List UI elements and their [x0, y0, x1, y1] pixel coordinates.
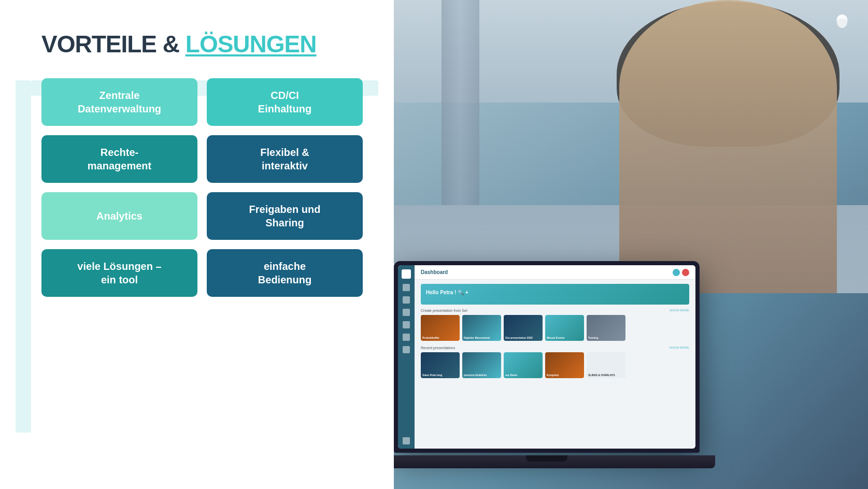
card-flexibel[interactable]: Flexibel &interaktiv [207, 135, 363, 183]
mini-card-r1[interactable]: Sales Präsi lang [421, 352, 460, 378]
sidebar-settings [403, 437, 410, 444]
card-loesungen-label: viele Lösungen –ein tool [77, 260, 161, 286]
logo-icon [832, 10, 852, 31]
sidebar-logo [402, 269, 411, 279]
laptop-body: Hello Petra ! 🔍 + Create presentation fr… [415, 280, 695, 449]
scene-bg [394, 0, 868, 293]
show-more-2[interactable]: SHOW MORE [670, 346, 689, 350]
card-freigaben[interactable]: Freigaben undSharing [207, 192, 363, 240]
sidebar-nav-4 [403, 321, 410, 328]
card-rechte-label: Rechte-management [88, 146, 151, 172]
notification-icon [673, 269, 680, 276]
section1-header: Create presentation from Set SHOW MORE [421, 309, 689, 312]
cards-row-2: Sales Präsi lang pressino Einblicke our … [421, 352, 689, 378]
section2-header: Recent presentations SHOW MORE [421, 346, 689, 350]
laptop-header: Dashboard [415, 265, 695, 280]
card-zentrale[interactable]: ZentraleDatenverwaltung [41, 78, 197, 126]
card-einfache-label: einfacheBedienung [258, 260, 311, 286]
mini-card-3[interactable]: Our presentation 2020 [504, 315, 543, 341]
laptop-screen-inner: Dashboard Hello Petra ! 🔍 + [398, 265, 695, 449]
card-freigaben-label: Freigaben undSharing [249, 203, 321, 229]
mini-card-5-label: Training [588, 336, 598, 339]
card-loesungen[interactable]: viele Lösungen –ein tool [41, 249, 197, 297]
sidebar-nav-2 [403, 296, 410, 304]
mini-card-r2[interactable]: pressino Einblicke [462, 352, 501, 378]
card-analytics-label: Analytics [96, 209, 143, 223]
cards-grid: ZentraleDatenverwaltung CD/CIEinhaltung … [41, 78, 363, 297]
mini-card-4-label: Messe/ Events [547, 336, 564, 339]
show-more-1[interactable]: SHOW MORE [670, 309, 689, 312]
laptop-base [394, 455, 715, 468]
laptop-mockup: Dashboard Hello Petra ! 🔍 + [394, 261, 710, 479]
section2-title: Recent presentations [421, 346, 455, 350]
cards-row-1: Produktkoffer Digitaler Messestand Our p… [421, 315, 689, 341]
left-panel: VORTEILE & LÖSUNGEN ZentraleDatenverwalt… [0, 0, 394, 489]
mini-card-r3[interactable]: our Demo [504, 352, 543, 378]
hello-banner: Hello Petra ! 🔍 + [421, 284, 689, 305]
right-panel: Dashboard Hello Petra ! 🔍 + [394, 0, 868, 489]
card-einfache[interactable]: einfacheBedienung [207, 249, 363, 297]
mini-card-r3-label: our Demo [505, 373, 517, 377]
laptop-screen: Dashboard Hello Petra ! 🔍 + [394, 261, 700, 453]
card-flexibel-label: Flexibel &interaktiv [260, 146, 309, 172]
mini-card-r1-label: Sales Präsi lang [422, 373, 442, 377]
sidebar-nav-3 [403, 309, 410, 316]
title-part1: VORTEILE & [41, 31, 186, 57]
laptop-notch [526, 455, 567, 462]
card-rechte[interactable]: Rechte-management [41, 135, 197, 183]
sidebar-nav-6 [403, 346, 410, 353]
decorative-rect-left [16, 80, 31, 433]
overlay [394, 0, 868, 293]
dashboard-title-label: Dashboard [421, 269, 448, 275]
mini-card-r2-label: pressino Einblicke [464, 373, 487, 377]
mini-card-r5-label: SLIDES & OVERLAYS [588, 373, 615, 377]
card-zentrale-label: ZentraleDatenverwaltung [78, 89, 161, 116]
sidebar-nav-1 [403, 284, 410, 291]
mini-card-r4[interactable]: Kurzpräsi [545, 352, 584, 378]
mini-card-r5[interactable]: SLIDES & OVERLAYS [587, 352, 625, 378]
sidebar-nav-5 [403, 334, 410, 341]
card-cdci[interactable]: CD/CIEinhaltung [207, 78, 363, 126]
header-icons [673, 269, 689, 276]
user-icon [682, 269, 689, 276]
mini-card-4[interactable]: Messe/ Events [545, 315, 584, 341]
mini-card-5[interactable]: Training [587, 315, 625, 341]
hello-text: Hello Petra ! 🔍 + [426, 290, 468, 295]
title-part2: LÖSUNGEN [186, 31, 317, 57]
mini-card-2[interactable]: Digitaler Messestand [462, 315, 501, 341]
laptop-main-content: Dashboard Hello Petra ! 🔍 + [415, 265, 695, 449]
card-cdci-label: CD/CIEinhaltung [258, 89, 311, 116]
mini-card-r4-label: Kurzpräsi [547, 373, 559, 377]
card-analytics[interactable]: Analytics [41, 192, 197, 240]
laptop-sidebar [398, 265, 415, 449]
mini-card-1-label: Produktkoffer [422, 336, 439, 339]
section1-title: Create presentation from Set [421, 309, 467, 312]
mini-card-1[interactable]: Produktkoffer [421, 315, 460, 341]
sidebar-bottom [403, 435, 410, 444]
page-title: VORTEILE & LÖSUNGEN [41, 31, 363, 57]
mini-card-2-label: Digitaler Messestand [464, 336, 490, 339]
mini-card-3-label: Our presentation 2020 [505, 336, 533, 339]
